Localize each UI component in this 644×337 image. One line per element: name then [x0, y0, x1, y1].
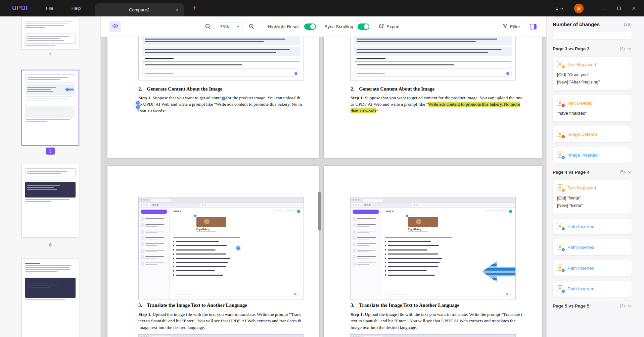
- change-card-text-replaced[interactable]: A⇄Text Replaced[Old]:"Once you"[New]:"Af…: [553, 57, 632, 90]
- changes-panel-title: Number of changes: [553, 21, 600, 27]
- section-count: (5): [620, 170, 625, 174]
- page-number-label: 6: [21, 242, 79, 247]
- doc-heading: 3.Translate the Image Text to Another La…: [351, 302, 459, 308]
- tab-compare2[interactable]: Compare2 ×: [95, 3, 184, 16]
- doc-heading: 2.Generate Content About the Image: [351, 86, 434, 92]
- menu-help[interactable]: Help: [72, 6, 81, 11]
- zoom-out-button[interactable]: [202, 21, 214, 32]
- change-type-icon: A⇄: [557, 184, 564, 191]
- change-dot[interactable]: [406, 214, 409, 217]
- menu-file[interactable]: File: [46, 6, 53, 11]
- section-label: Page 4 vs Page 4: [553, 170, 590, 175]
- tab-close-icon[interactable]: ×: [176, 7, 179, 13]
- thumbnail-sidebar: 456: [0, 16, 101, 337]
- export-label: Export: [386, 24, 400, 29]
- ai-response-list: [173, 239, 300, 277]
- browser-navbar: updf.ai: [139, 203, 304, 208]
- zoom-in-button[interactable]: [246, 21, 257, 32]
- panel-toggle-icon[interactable]: [527, 21, 539, 32]
- updf-compare-window: UPDF File Help Compare2 × + 1 B 456: [0, 0, 644, 337]
- page-thumbnail-5[interactable]: [21, 70, 79, 146]
- maximize-button[interactable]: [612, 0, 627, 16]
- document-page-left: 2.Generate Content About the Image Step …: [107, 37, 319, 158]
- embedded-screenshot: [350, 37, 516, 80]
- file-icon: [353, 236, 356, 240]
- change-type-label: Path Inserted: [567, 224, 594, 229]
- embedded-screenshot: updf.aiUPDF AIPups Bakery: [138, 197, 304, 299]
- file-icon: [353, 230, 356, 234]
- bakery-image: [408, 217, 438, 227]
- change-type-label: Path Inserted: [567, 266, 594, 271]
- page-thumbnail[interactable]: [21, 259, 79, 337]
- change-card-path-inserted[interactable]: A+Path Inserted: [553, 260, 632, 276]
- close-button[interactable]: [627, 0, 641, 16]
- compare-layers-icon[interactable]: [109, 21, 121, 32]
- doc-paragraph: Step 1. Upload the image file with the t…: [351, 311, 542, 331]
- change-card-text-deleted[interactable]: A×Text Deleted"have finalized": [553, 95, 632, 121]
- change-card-path-inserted[interactable]: A+Path Inserted: [553, 219, 632, 234]
- change-type-icon: A+: [557, 152, 564, 159]
- file-icon: [353, 223, 356, 227]
- window-count-dropdown[interactable]: 1: [556, 6, 563, 11]
- export-button[interactable]: Export: [379, 23, 400, 30]
- change-card-image-deleted[interactable]: A×Image Deleted: [553, 126, 632, 142]
- file-sidebar: [139, 208, 170, 299]
- browser-titlebar: [351, 197, 515, 203]
- page-section-header[interactable]: Page 5 vs Page 5(3): [553, 302, 632, 310]
- send-icon: [294, 293, 296, 295]
- product-card: Pups Bakery: [407, 216, 439, 234]
- change-marker[interactable]: +: [136, 105, 140, 109]
- ai-chat-area: UPDF AIPups Bakery: [170, 208, 304, 299]
- file-icon: [353, 255, 356, 259]
- document-scrollbar[interactable]: [318, 192, 321, 230]
- file-icon: [141, 217, 144, 221]
- ai-prompt-input: [385, 292, 511, 296]
- send-icon: [506, 293, 508, 295]
- toggle-knob: [310, 24, 315, 29]
- minimize-button[interactable]: [597, 0, 612, 16]
- page-number-label: 4: [21, 52, 79, 57]
- change-card-path-inserted[interactable]: A+Path Inserted: [553, 239, 632, 255]
- changes-list: Page 3 vs Page 3(4)A⇄Text Replaced[Old]:…: [553, 45, 632, 310]
- main-area: 75% Highlight Result Sync Scrolling Expo…: [101, 16, 546, 337]
- file-icon: [141, 255, 144, 259]
- change-type-label: Text Replaced: [567, 185, 596, 190]
- change-dot[interactable]: [194, 214, 197, 217]
- page-thumbnail-4[interactable]: [21, 16, 79, 49]
- doc-heading: 3.Translate the Image Text to Another La…: [138, 302, 247, 308]
- zoom-caret-icon: [237, 26, 239, 27]
- change-card-partial[interactable]: [553, 32, 632, 39]
- file-sidebar: [351, 208, 381, 299]
- file-icon: [353, 217, 356, 221]
- sync-scrolling-toggle[interactable]: [358, 23, 369, 30]
- user-avatar[interactable]: B: [574, 4, 584, 13]
- change-card-path-inserted[interactable]: A+Path Inserted: [553, 281, 632, 297]
- change-type-label: Image Deleted: [567, 132, 597, 137]
- change-type-icon: A+: [557, 223, 564, 230]
- toolbar: 75% Highlight Result Sync Scrolling Expo…: [101, 16, 546, 37]
- file-icon: [141, 242, 144, 246]
- change-marker[interactable]: +: [136, 101, 140, 105]
- file-icon: [353, 262, 356, 266]
- page-section-header[interactable]: Page 3 vs Page 3(4): [553, 45, 632, 53]
- filter-button[interactable]: Filter: [503, 23, 520, 30]
- chevron-down-icon: [560, 6, 563, 11]
- titlebar: UPDF File Help Compare2 × + 1 B: [0, 0, 644, 16]
- change-details: [Old]:"Write"[New]:"Enter": [557, 194, 627, 209]
- new-tab-button[interactable]: +: [190, 4, 198, 12]
- change-marker[interactable]: +: [236, 246, 240, 250]
- file-icon: [141, 223, 144, 227]
- change-card-text-replaced[interactable]: A⇄Text Replaced[Old]:"Write"[New]:"Enter…: [553, 180, 632, 214]
- window-controls: [597, 0, 641, 16]
- change-details: [Old]:"Once you"[New]:"After finalizing": [557, 71, 627, 86]
- page-section-header[interactable]: Page 4 vs Page 4(5): [553, 168, 632, 176]
- highlight-result-toggle[interactable]: [304, 23, 316, 30]
- change-type-icon: A×: [557, 131, 564, 138]
- chevron-down-icon: [628, 48, 632, 50]
- change-marker[interactable]: +: [222, 96, 226, 101]
- page-thumbnail-6[interactable]: [21, 164, 79, 238]
- zoom-level-select[interactable]: 75%: [217, 22, 242, 31]
- doc-paragraph: Step 1. Suppose that you want to get ad …: [351, 95, 542, 114]
- change-card-image-inserted[interactable]: A+Image Inserted: [553, 147, 632, 163]
- change-type-label: Path Inserted: [567, 286, 594, 291]
